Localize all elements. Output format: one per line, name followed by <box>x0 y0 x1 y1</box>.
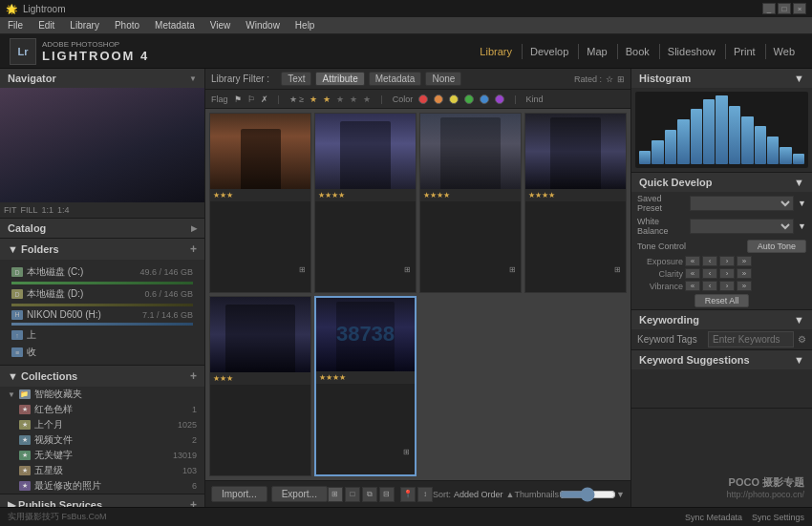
maximize-button[interactable]: □ <box>778 3 791 14</box>
flag-picked-icon[interactable]: ⚐ <box>247 95 255 104</box>
collection-item-5star[interactable]: ★ 五星级 103 <box>0 463 204 478</box>
tab-print[interactable]: Print <box>725 44 763 59</box>
nav-1-4[interactable]: 1:4 <box>57 205 70 215</box>
qd-clarity-inc1[interactable]: › <box>719 268 735 279</box>
flag-any-icon[interactable]: ⚑ <box>234 95 242 104</box>
collections-header[interactable]: ▼ Collections + <box>0 366 204 387</box>
import-button[interactable]: Import... <box>211 486 267 502</box>
star5[interactable]: ★ <box>363 95 371 104</box>
export-button[interactable]: Export... <box>271 486 328 502</box>
folders-header[interactable]: ▼ Folders + <box>0 239 204 260</box>
keyword-input[interactable] <box>708 331 794 347</box>
tab-web[interactable]: Web <box>765 44 802 59</box>
publish-header[interactable]: ▶ Publish Services + <box>0 494 204 507</box>
flag-rejected-icon[interactable]: ✗ <box>261 95 268 104</box>
histogram-header[interactable]: Histogram ▼ <box>631 69 812 88</box>
qd-auto-tone-btn[interactable]: Auto Tone <box>747 240 806 253</box>
qd-exposure-inc1[interactable]: › <box>719 256 735 266</box>
menu-file[interactable]: File <box>4 19 27 32</box>
tab-library[interactable]: Library <box>472 44 520 59</box>
keywording-header[interactable]: Keywording ▼ <box>631 310 812 329</box>
folder-item-extra1[interactable]: ↑ 上 <box>8 326 197 344</box>
photo-thumb-1[interactable]: ★★★ ⊞ <box>209 113 311 293</box>
qd-wb-select[interactable] <box>690 219 794 234</box>
qd-exposure-inc2[interactable]: » <box>737 256 752 266</box>
menu-window[interactable]: Window <box>242 19 284 32</box>
folders-add-button[interactable]: + <box>190 242 197 256</box>
qd-reset-btn[interactable]: Reset All <box>694 294 750 307</box>
survey-view-icon[interactable]: ⊟ <box>379 487 395 502</box>
collections-add-button[interactable]: + <box>190 369 197 383</box>
qd-clarity-dec2[interactable]: « <box>685 268 700 279</box>
qd-preset-arrow[interactable]: ▼ <box>798 199 806 208</box>
photo-thumb-6[interactable]: 38738 ★★★★ ⊞ <box>314 296 417 476</box>
photo-thumb-2[interactable]: ★★★★ ⊞ <box>314 113 417 293</box>
map-view-icon[interactable]: 📍 <box>400 487 416 502</box>
keyword-settings-icon[interactable]: ⚙ <box>798 334 806 345</box>
photo-thumb-4[interactable]: ★★★★ ⊞ <box>524 113 627 293</box>
color-green[interactable] <box>464 95 474 104</box>
qd-clarity-inc2[interactable]: » <box>737 268 752 279</box>
folder-item-h[interactable]: H NIKON D600 (H:) 7.1 / 14.6 GB <box>8 307 197 322</box>
loupe-view-icon[interactable]: □ <box>345 487 360 502</box>
sync-settings-btn[interactable]: Sync Settings <box>752 513 804 522</box>
qd-clarity-dec1[interactable]: ‹ <box>702 268 717 279</box>
star4[interactable]: ★ <box>350 95 357 104</box>
filter-metadata-btn[interactable]: Metadata <box>369 72 422 86</box>
nav-fill[interactable]: FILL <box>21 205 38 215</box>
menu-help[interactable]: Help <box>291 19 319 32</box>
qd-exposure-dec1[interactable]: ‹ <box>702 256 717 266</box>
tab-develop[interactable]: Develop <box>522 44 576 59</box>
filter-none-btn[interactable]: None <box>425 72 461 86</box>
collection-item-nokw[interactable]: ★ 无关键字 13019 <box>0 448 204 463</box>
nav-fit[interactable]: FIT <box>4 205 17 215</box>
menu-library[interactable]: Library <box>66 19 103 32</box>
qd-vibrance-inc2[interactable]: » <box>737 281 752 291</box>
qd-vibrance-dec1[interactable]: ‹ <box>702 281 717 291</box>
keyword-suggestions-header[interactable]: Keyword Suggestions ▼ <box>631 350 812 369</box>
sort-icon[interactable]: ↕ <box>417 487 433 502</box>
color-yellow[interactable] <box>449 95 459 104</box>
minimize-button[interactable]: _ <box>762 3 776 14</box>
menu-photo[interactable]: Photo <box>111 19 143 32</box>
menu-view[interactable]: View <box>206 19 235 32</box>
qd-preset-select[interactable] <box>690 196 794 211</box>
folder-item-d[interactable]: D 本地磁盘 (D:) 0.6 / 146 GB <box>8 285 197 303</box>
color-blue[interactable] <box>480 95 489 104</box>
collection-item-video[interactable]: ★ 视频文件 2 <box>0 432 204 448</box>
filter-attribute-btn[interactable]: Attribute <box>315 72 364 86</box>
collection-item-smart-folder[interactable]: ▼ 📁 智能收藏夹 <box>0 387 204 402</box>
navigator-header[interactable]: Navigator ▼ <box>0 69 204 88</box>
tab-map[interactable]: Map <box>578 44 614 59</box>
tab-slideshow[interactable]: Slideshow <box>659 44 723 59</box>
quick-develop-header[interactable]: Quick Develop ▼ <box>631 173 812 192</box>
thumb-size-arrow[interactable]: ▼ <box>616 490 625 499</box>
collection-item-recent[interactable]: ★ 最近修改的照片 6 <box>0 478 204 494</box>
thumbnail-size-slider[interactable] <box>559 489 616 500</box>
collection-item-red[interactable]: ★ 红色色样 1 <box>0 402 204 417</box>
photo-thumb-5[interactable]: ★★★ <box>209 296 311 476</box>
photo-thumb-3[interactable]: ★★★★ ⊞ <box>419 113 522 293</box>
close-button[interactable]: × <box>793 3 806 14</box>
star1[interactable]: ★ <box>310 95 317 104</box>
menu-edit[interactable]: Edit <box>34 19 58 32</box>
qd-exposure-dec2[interactable]: « <box>685 256 700 266</box>
star2[interactable]: ★ <box>323 95 331 104</box>
collection-item-month[interactable]: ★ 上个月 1025 <box>0 417 204 432</box>
sync-metadata-btn[interactable]: Sync Metadata <box>685 513 742 522</box>
sort-arrow[interactable]: ▲ <box>505 490 514 499</box>
qd-vibrance-inc1[interactable]: › <box>719 281 735 291</box>
grid-view-icon[interactable]: ⊞ <box>328 487 343 502</box>
catalog-header[interactable]: Catalog ▶ <box>0 219 204 238</box>
compare-view-icon[interactable]: ⧉ <box>362 487 377 502</box>
color-orange[interactable] <box>434 95 443 104</box>
filter-text-btn[interactable]: Text <box>281 72 311 86</box>
qd-vibrance-dec2[interactable]: « <box>685 281 700 291</box>
expand-icon[interactable]: ⊞ <box>617 74 625 84</box>
qd-wb-arrow[interactable]: ▼ <box>798 221 806 231</box>
nav-1-1[interactable]: 1:1 <box>42 205 54 215</box>
folder-item-extra2[interactable]: ≡ 收 <box>8 344 197 361</box>
publish-add-button[interactable]: + <box>190 498 197 507</box>
star3[interactable]: ★ <box>336 95 344 104</box>
tab-book[interactable]: Book <box>617 44 657 59</box>
